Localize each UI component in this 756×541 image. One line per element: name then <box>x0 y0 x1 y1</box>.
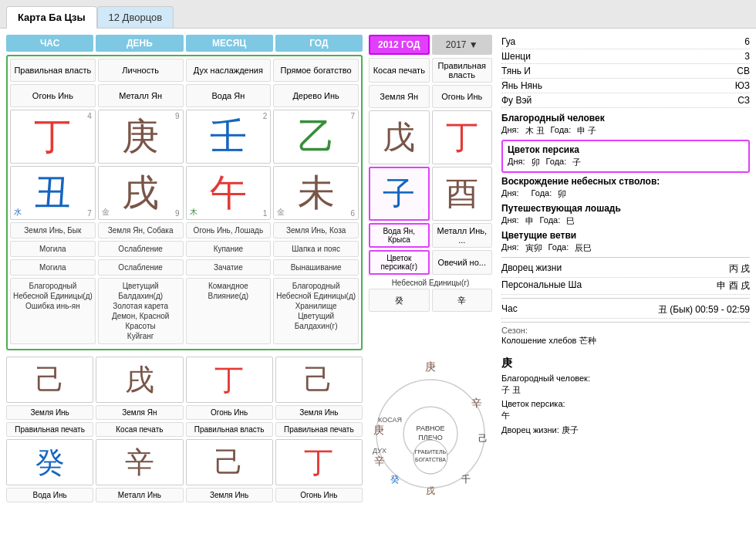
fu-vey-label: Фу Вэй <box>501 95 532 106</box>
svg-text:БОГАТСТВА: БОГАТСТВА <box>415 457 446 462</box>
lower-heaven-mesyats: 丁 <box>186 357 273 403</box>
add-info2-mesyats: Зачатие <box>186 259 272 276</box>
noble-dnya-label: Дня: <box>501 125 519 137</box>
year-earth-2017: 酉 <box>432 167 493 221</box>
add-info2-god: Вынашивание <box>273 259 359 276</box>
flower-goda-value: 辰巳 <box>575 242 592 254</box>
lower-role-den: Косая печать <box>96 422 183 437</box>
lower-noble-value: 子 丑 <box>501 384 750 396</box>
special-mesyats: Командное Влияние(д) <box>186 278 272 344</box>
lower-life-palace: Дворец жизни: 庚子 <box>501 424 750 436</box>
char-wei-god: 未 <box>298 174 335 211</box>
num-den: 9 <box>175 209 180 218</box>
add-info2-chas: Могила <box>10 259 96 276</box>
gua-value: 6 <box>744 36 750 47</box>
lower-role-mesyats: Правильная власть <box>186 422 273 437</box>
earth-info-god: Земля Инь, Коза <box>273 222 359 238</box>
element-small-god: 金 <box>277 207 285 218</box>
peach-title: Цветок персика <box>508 144 744 155</box>
lower-element-god: Земля Инь <box>275 405 363 420</box>
lower-role-chas: Правильная печать <box>6 422 93 437</box>
peach-flower-box: Цветок персика Дня: 卯 Года: 子 <box>501 140 750 173</box>
shentsi-label: Шенци <box>501 51 531 62</box>
year-section: 2012 ГОД 2017 ▼ Косая печать Правильная … <box>369 35 492 350</box>
info-yan-nyan: Янь Нянь ЮЗ <box>501 79 750 93</box>
birth-goda-value: 卯 <box>558 188 566 200</box>
flower-branch-info: Дня: 寅卯 Года: 辰巳 <box>501 242 750 254</box>
char-yi-god: 乙 <box>298 118 335 155</box>
lower-earth-den: 辛 <box>96 439 183 485</box>
special-chas: Благородный Небесной Единицы(д) Ошибка и… <box>10 278 96 344</box>
heaven-god: 乙 7 <box>273 110 359 164</box>
role-god: Прямое богатство <box>273 59 359 82</box>
heaven-den: 庚 9 <box>98 110 184 164</box>
earth-info-den: Земля Ян, Собака <box>98 222 184 238</box>
year-label-2017: Металл Инь, ... <box>432 223 493 248</box>
earth-mesyats: 木 午 1 <box>186 166 272 220</box>
noble-dnya-value: 木 丑 <box>525 125 545 137</box>
personal-sha-title: Персональные Ша <box>501 279 582 292</box>
main-chart: ЧАС ДЕНЬ МЕСЯЦ ГОД Правильная власть Лич… <box>6 35 363 350</box>
svg-text:辛: 辛 <box>471 397 482 409</box>
tab-12-dvortsov[interactable]: 12 Дворцов <box>97 6 174 28</box>
peach-dnya-label: Дня: <box>508 157 525 168</box>
lower-char-xu-den: 戌 <box>125 360 154 400</box>
lower-element-chas: Земля Инь <box>6 405 93 420</box>
circle-diagram: РАВНОЕ ПЛЕЧО ГРАБИТЕЛЬ БОГАТСТВА 庚 辛 己 千… <box>369 357 492 495</box>
lower-peach-value: 午 <box>501 410 750 421</box>
hidden-stem-2017: 辛 <box>432 289 493 312</box>
add-info1-mesyats: Купание <box>186 241 272 257</box>
char-ding-chas: 丁 <box>34 118 71 155</box>
year-2012-header[interactable]: 2012 ГОД <box>369 35 430 55</box>
lower-char-ding-god: 丁 <box>304 443 333 482</box>
lower-heaven-den: 戌 <box>96 357 183 403</box>
hour-info: Час 丑 (Бык) 00:59 - 02:59 <box>501 302 750 319</box>
right-panel: Гуа 6 Шенци 3 Тянь И СВ Янь Нянь ЮЗ Фу В… <box>498 35 750 350</box>
svg-text:千: 千 <box>461 474 471 485</box>
lower-char-xin-den: 辛 <box>125 443 154 482</box>
year-earth-2012: 子 <box>369 167 430 221</box>
year-role-2012: Косая печать <box>369 58 430 83</box>
lower-heaven-chas: 己 <box>6 357 93 403</box>
year-element-2017: Огонь Инь <box>432 85 493 108</box>
birth-stars-title: Воскрождение небесных стволов: <box>501 176 750 187</box>
char-ding-2017: 丁 <box>446 116 478 159</box>
lower-element-den: Земля Ян <box>96 405 183 420</box>
lower-char-ji-mesyats: 己 <box>214 443 244 482</box>
year-element-2012: Земля Ян <box>369 85 430 108</box>
earth-god: 金 未 6 <box>273 166 359 220</box>
life-palace-title: Дворец жизни <box>501 262 562 276</box>
add-info1-god: Шапка и пояс <box>273 241 359 257</box>
header-god: ГОД <box>275 35 363 52</box>
noble-info: Дня: 木 丑 Года: 申 子 <box>501 125 750 137</box>
earth-chas: 水 丑 7 <box>10 166 96 220</box>
below-chars-2012: Цветок персика(г) <box>369 250 430 275</box>
char-wu-mesyats: 午 <box>210 174 247 211</box>
svg-text:戌: 戌 <box>426 485 435 495</box>
travel-title: Путешествующая лошадь <box>501 203 750 214</box>
noble-goda-value: 申 子 <box>577 125 596 137</box>
diagram-area: РАВНОЕ ПЛЕЧО ГРАБИТЕЛЬ БОГАТСТВА 庚 辛 己 千… <box>369 357 492 511</box>
role-mesyats: Дух наслаждения <box>186 59 272 82</box>
peach-dnya-value: 卯 <box>532 157 540 168</box>
lower-bottom-mesyats: Земля Инь <box>186 488 273 502</box>
birth-stars-info: Дня: Года: 卯 <box>501 188 750 200</box>
flower-dnya-value: 寅卯 <box>525 242 542 254</box>
season-info: Сезон: Колошение хлебов 芒种 <box>501 326 750 347</box>
svg-text:癸: 癸 <box>390 474 400 485</box>
right-lower-panel: 庚 Благородный человек: 子 丑 Цветок персик… <box>498 357 750 511</box>
earth-den: 金 戌 9 <box>98 166 184 220</box>
earth-info-mesyats: Огонь Инь, Лошадь <box>186 222 272 238</box>
tab-ba-tszy[interactable]: Карта Ба Цзы <box>6 6 97 29</box>
lower-earth-chas: 癸 <box>6 439 93 485</box>
year-2017-header[interactable]: 2017 ▼ <box>432 35 493 55</box>
role-chas: Правильная власть <box>10 59 96 82</box>
heaven-chas: 丁 4 <box>10 110 96 164</box>
lower-element-mesyats: Огонь Инь <box>186 405 273 420</box>
fu-vey-value: СЗ <box>737 95 750 106</box>
year-heaven-2012: 戊 <box>369 110 430 164</box>
info-shentsi: Шенци 3 <box>501 49 750 64</box>
header-den: ДЕНЬ <box>96 35 183 52</box>
lower-char-gui-chas: 癸 <box>35 443 65 482</box>
yan-nyan-label: Янь Нянь <box>501 80 542 91</box>
